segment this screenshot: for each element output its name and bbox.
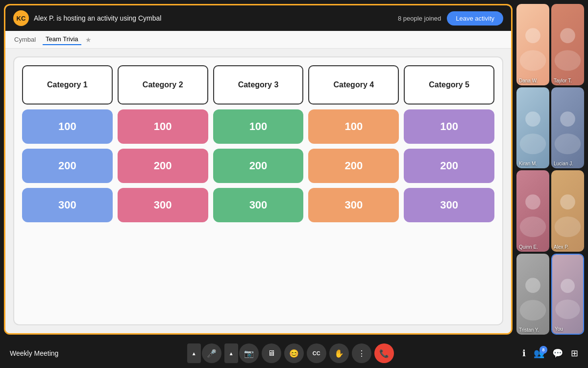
camera-chevron-button[interactable]: ▲ — [224, 343, 238, 363]
participant-tile-quinn-e.: Quinn E. — [516, 170, 549, 252]
people-joined-count: 8 people joined — [398, 15, 441, 22]
point-tile-2-2[interactable]: 200 — [118, 149, 208, 183]
leave-activity-button[interactable]: Leave activity — [447, 11, 503, 26]
point-tile-3-2[interactable]: 200 — [213, 149, 304, 183]
people-badge: 8 — [539, 346, 547, 354]
participant-name: Kiran M. — [519, 161, 537, 166]
emoji-button[interactable]: 😊 — [284, 343, 304, 363]
tabs-bar: Cymbal Team Trivia ★ — [5, 31, 511, 49]
svg-point-12 — [525, 278, 540, 293]
star-icon[interactable]: ★ — [85, 36, 92, 44]
category-col-1: Category 1100200300 — [22, 65, 113, 316]
mic-chevron-button[interactable]: ▲ — [187, 343, 201, 363]
activity-header: KC Alex P. is hosting an activity using … — [5, 5, 511, 31]
point-tile-3-1[interactable]: 100 — [213, 109, 304, 144]
participant-name: Lucian J. — [554, 161, 573, 166]
svg-point-14 — [561, 279, 575, 293]
activity-panel: KC Alex P. is hosting an activity using … — [4, 4, 513, 335]
point-tile-1-2[interactable]: 200 — [22, 149, 113, 183]
category-header-1: Category 1 — [22, 65, 113, 105]
point-tile-5-1[interactable]: 100 — [404, 109, 494, 144]
avatar — [516, 4, 549, 85]
svg-point-11 — [555, 216, 581, 237]
participant-tile-lucian-j.: Lucian J. — [551, 87, 584, 169]
svg-point-15 — [555, 299, 580, 319]
point-tile-1-1[interactable]: 100 — [22, 109, 113, 144]
participant-tile-taylor-t.: Taylor T. — [551, 4, 584, 85]
tab-cymbal[interactable]: Cymbal — [11, 34, 39, 45]
main-area: KC Alex P. is hosting an activity using … — [0, 0, 588, 339]
mic-button[interactable]: 🎤 — [202, 343, 221, 363]
avatar — [516, 254, 549, 335]
participant-name: You — [555, 326, 563, 332]
participant-name: Quinn E. — [519, 244, 538, 250]
avatar — [552, 255, 583, 334]
activity-title-text: Alex P. is hosting an activity using Cym… — [34, 14, 161, 22]
point-tile-5-3[interactable]: 300 — [404, 188, 494, 222]
toolbar-right: ℹ 👥 8 💬 ⊞ — [522, 348, 578, 359]
camera-button[interactable]: 📷 — [239, 343, 259, 363]
participant-name: Dana W. — [519, 78, 538, 83]
participant-tile-kiran-m.: Kiran M. — [516, 87, 549, 169]
point-tile-2-3[interactable]: 300 — [118, 188, 208, 222]
mic-group: ▲ 🎤 — [187, 343, 221, 363]
point-tile-2-1[interactable]: 100 — [118, 109, 208, 144]
participant-tile-tristan-y.: Tristan Y. — [516, 254, 549, 335]
activity-header-right: 8 people joined Leave activity — [398, 11, 503, 26]
svg-point-13 — [520, 300, 546, 320]
point-tile-5-2[interactable]: 200 — [404, 149, 494, 183]
point-tile-1-3[interactable]: 300 — [22, 188, 113, 222]
svg-point-4 — [525, 111, 540, 127]
participant-name: Tristan Y. — [519, 327, 539, 333]
participants-panel: Dana W. Taylor T. Kiran M. Lucian J. Qui… — [515, 0, 588, 339]
svg-point-6 — [560, 111, 575, 127]
point-tile-4-2[interactable]: 200 — [308, 149, 399, 183]
svg-point-7 — [555, 133, 581, 154]
toolbar-center: ▲ 🎤 ▲ 📷 🖥 😊 CC ✋ ⋮ 📞 — [187, 343, 394, 363]
point-tile-3-3[interactable]: 300 — [213, 188, 304, 222]
svg-point-5 — [520, 133, 546, 154]
category-header-2: Category 2 — [118, 65, 208, 105]
svg-point-8 — [525, 194, 540, 210]
svg-point-0 — [525, 28, 540, 43]
category-col-3: Category 3100200300 — [213, 65, 304, 316]
meeting-name: Weekly Meeting — [10, 349, 58, 357]
info-button[interactable]: ℹ — [522, 348, 526, 359]
category-header-4: Category 4 — [308, 65, 399, 105]
activities-button[interactable]: ⊞ — [571, 348, 578, 359]
category-col-2: Category 2100200300 — [118, 65, 208, 316]
end-call-button[interactable]: 📞 — [374, 343, 394, 363]
point-tile-4-3[interactable]: 300 — [308, 188, 399, 222]
category-header-5: Category 5 — [404, 65, 494, 105]
cymbal-logo: KC — [13, 10, 29, 26]
participant-name: Alex P. — [554, 244, 568, 250]
avatar — [516, 87, 549, 169]
trivia-board: Category 1100200300Category 2100200300Ca… — [5, 49, 511, 333]
screen-share-button[interactable]: 🖥 — [262, 343, 281, 363]
captions-button[interactable]: CC — [307, 343, 326, 363]
chat-button[interactable]: 💬 — [552, 348, 563, 359]
people-button[interactable]: 👥 8 — [534, 348, 544, 359]
point-tile-4-1[interactable]: 100 — [308, 109, 399, 144]
category-header-3: Category 3 — [213, 65, 304, 105]
tab-team-trivia[interactable]: Team Trivia — [43, 34, 81, 45]
camera-group: ▲ 📷 — [224, 343, 259, 363]
svg-point-9 — [520, 216, 546, 237]
avatar — [551, 170, 584, 252]
participant-tile-you: You — [551, 254, 584, 335]
avatar — [551, 87, 584, 169]
participant-tile-dana-w.: Dana W. — [516, 4, 549, 85]
svg-point-1 — [520, 50, 546, 71]
more-options-button[interactable]: ⋮ — [352, 343, 371, 363]
board-inner: Category 1100200300Category 2100200300Ca… — [13, 56, 503, 325]
avatar — [551, 4, 584, 85]
avatar — [516, 170, 549, 252]
category-col-5: Category 5100200300 — [404, 65, 494, 316]
svg-point-10 — [560, 194, 575, 210]
category-col-4: Category 4100200300 — [308, 65, 399, 316]
raise-hand-button[interactable]: ✋ — [329, 343, 349, 363]
svg-point-2 — [560, 28, 575, 43]
bottom-toolbar: Weekly Meeting ▲ 🎤 ▲ 📷 🖥 😊 CC ✋ ⋮ 📞 ℹ 👥 … — [0, 339, 588, 368]
participant-tile-alex-p.: Alex P. — [551, 170, 584, 252]
svg-point-3 — [555, 50, 581, 71]
